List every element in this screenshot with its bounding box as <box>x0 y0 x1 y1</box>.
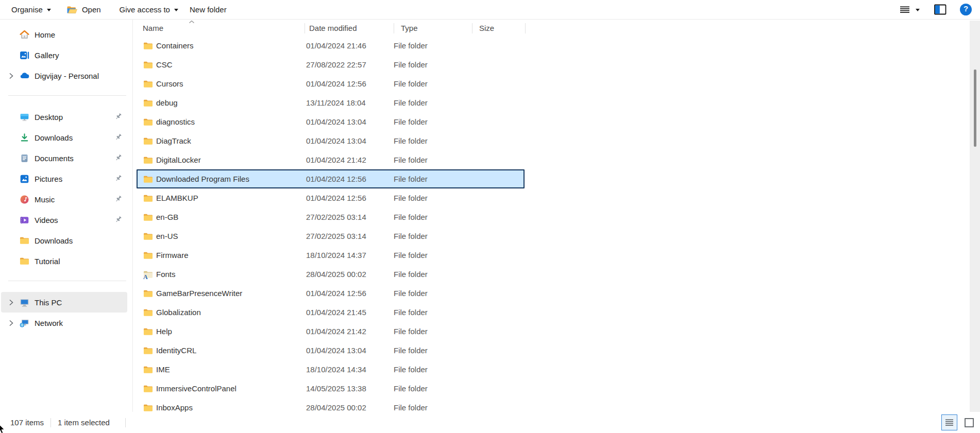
pin-icon <box>114 153 123 162</box>
chevron-right-icon[interactable] <box>8 72 14 80</box>
status-bar: 107 items 1 item selected <box>0 412 980 433</box>
file-row[interactable]: DigitalLocker 01/04/2024 21:42 File fold… <box>133 150 526 169</box>
preview-pane-button[interactable] <box>934 4 947 15</box>
file-type: File folder <box>387 136 459 145</box>
open-folder-icon <box>66 5 78 14</box>
file-name: Fonts <box>156 270 302 279</box>
view-menu-button[interactable] <box>900 6 920 13</box>
chevron-right-icon[interactable] <box>8 299 14 306</box>
folder-icon <box>20 236 29 246</box>
file-row[interactable]: ImmersiveControlPanel 14/05/2025 13:38 F… <box>133 379 526 398</box>
sidebar-item-downloads-folder[interactable]: Downloads <box>1 230 127 251</box>
file-date-modified: 01/04/2024 13:04 <box>302 346 387 355</box>
file-name: Help <box>156 327 302 336</box>
sidebar-item-label: Downloads <box>35 133 73 142</box>
file-type: File folder <box>387 289 459 298</box>
file-row[interactable]: InboxApps 28/04/2025 00:02 File folder <box>133 398 526 412</box>
column-header-name[interactable]: Name <box>133 20 305 36</box>
file-rows: Containers 01/04/2024 21:46 File folder … <box>133 36 980 412</box>
file-explorer-window: { "toolbar": { "organise": "Organise", "… <box>0 0 980 433</box>
sidebar-item-onedrive[interactable]: Digvijay - Personal <box>1 65 127 86</box>
file-name: IME <box>156 365 302 374</box>
sidebar-item-label: Gallery <box>35 51 59 60</box>
column-header-date-modified[interactable]: Date modified <box>305 20 394 36</box>
file-row[interactable]: IdentityCRL 01/04/2024 13:04 File folder <box>133 341 526 360</box>
file-row[interactable]: Cursors 01/04/2024 12:56 File folder <box>133 74 526 93</box>
network-icon <box>20 318 29 328</box>
file-date-modified: 27/02/2025 03:14 <box>302 213 387 221</box>
chevron-down-icon <box>47 9 51 11</box>
sidebar-item-tutorial[interactable]: Tutorial <box>1 251 127 271</box>
sidebar-item-home[interactable]: Home <box>1 24 127 45</box>
file-date-modified: 01/04/2024 21:42 <box>302 327 387 336</box>
file-row[interactable]: debug 13/11/2024 18:04 File folder <box>133 93 526 112</box>
organise-button[interactable]: Organise <box>11 5 51 14</box>
details-view-button[interactable] <box>941 414 957 430</box>
file-row[interactable]: en-GB 27/02/2025 03:14 File folder <box>133 207 526 227</box>
command-toolbar: Organise Open Give access to New folder <box>0 0 980 20</box>
give-access-button[interactable]: Give access to <box>120 5 178 14</box>
chevron-right-icon[interactable] <box>8 319 14 327</box>
file-row[interactable]: en-US 27/02/2025 03:14 File folder <box>133 227 526 246</box>
column-header-size[interactable]: Size <box>472 20 526 36</box>
sidebar-item-label: Network <box>35 319 63 327</box>
pin-icon <box>114 133 123 142</box>
file-row[interactable]: Downloaded Program Files 01/04/2024 12:5… <box>133 169 526 188</box>
folder-icon <box>143 194 153 202</box>
large-icons-view-button[interactable] <box>961 414 977 430</box>
give-access-label: Give access to <box>120 5 170 14</box>
file-date-modified: 01/04/2024 21:45 <box>302 308 387 317</box>
sidebar-item-music[interactable]: Music <box>1 189 127 210</box>
sidebar-item-network[interactable]: Network <box>1 313 127 333</box>
file-name: en-GB <box>156 213 302 221</box>
open-button[interactable]: Open <box>66 5 101 14</box>
new-folder-button[interactable]: New folder <box>190 5 227 14</box>
file-row[interactable]: ELAMBKUP 01/04/2024 12:56 File folder <box>133 188 526 207</box>
file-row[interactable]: Containers 01/04/2024 21:46 File folder <box>133 36 526 55</box>
file-row[interactable]: DiagTrack 01/04/2024 13:04 File folder <box>133 131 526 150</box>
file-row[interactable]: GameBarPresenceWriter 01/04/2024 12:56 F… <box>133 284 526 303</box>
sidebar-item-label: Tutorial <box>35 257 60 266</box>
pin-icon <box>114 112 123 121</box>
sidebar-item-desktop[interactable]: Desktop <box>1 107 127 127</box>
vertical-scrollbar[interactable] <box>970 21 980 418</box>
sidebar-item-downloads[interactable]: Downloads <box>1 127 127 148</box>
file-type: File folder <box>387 194 459 202</box>
sidebar-divider <box>8 95 126 96</box>
file-row[interactable]: Firmware 18/10/2024 14:37 File folder <box>133 246 526 265</box>
file-row[interactable]: IME 18/10/2024 14:34 File folder <box>133 360 526 379</box>
folder-icon <box>143 251 153 259</box>
sidebar-item-this-pc[interactable]: This PC <box>1 292 127 313</box>
chevron-down-icon <box>174 9 178 11</box>
this-pc-icon <box>20 298 29 307</box>
sidebar-item-pictures[interactable]: Pictures <box>1 168 127 189</box>
file-row[interactable]: Help 01/04/2024 21:42 File folder <box>133 322 526 341</box>
file-name: en-US <box>156 232 302 240</box>
folder-icon <box>20 256 29 266</box>
file-name: ImmersiveControlPanel <box>156 384 302 393</box>
help-button[interactable] <box>960 4 972 15</box>
sidebar-item-gallery[interactable]: Gallery <box>1 45 127 65</box>
file-date-modified: 18/10/2024 14:37 <box>302 251 387 259</box>
sidebar-item-documents[interactable]: Documents <box>1 148 127 168</box>
folder-icon <box>143 99 153 107</box>
file-row[interactable]: CSC 27/08/2022 22:57 File folder <box>133 55 526 74</box>
sidebar-item-label: This PC <box>35 298 62 307</box>
file-type: File folder <box>387 117 459 126</box>
file-row[interactable]: Globalization 01/04/2024 21:45 File fold… <box>133 303 526 322</box>
column-header-type[interactable]: Type <box>394 20 472 36</box>
sidebar-item-videos[interactable]: Videos <box>1 210 127 230</box>
file-row[interactable]: Fonts 28/04/2025 00:02 File folder <box>133 265 526 284</box>
desktop-icon <box>20 112 29 122</box>
file-date-modified: 27/08/2022 22:57 <box>302 60 387 69</box>
file-name: Downloaded Program Files <box>156 175 302 183</box>
folder-icon <box>143 137 153 145</box>
scrollbar-thumb[interactable] <box>974 70 976 147</box>
folder-icon <box>143 42 153 50</box>
folder-icon <box>143 308 153 317</box>
file-type: File folder <box>387 327 459 336</box>
file-row[interactable]: diagnostics 01/04/2024 13:04 File folder <box>133 112 526 131</box>
file-name: Firmware <box>156 251 302 259</box>
file-date-modified: 28/04/2025 00:02 <box>302 403 387 412</box>
selection-count: 1 item selected <box>58 418 110 427</box>
